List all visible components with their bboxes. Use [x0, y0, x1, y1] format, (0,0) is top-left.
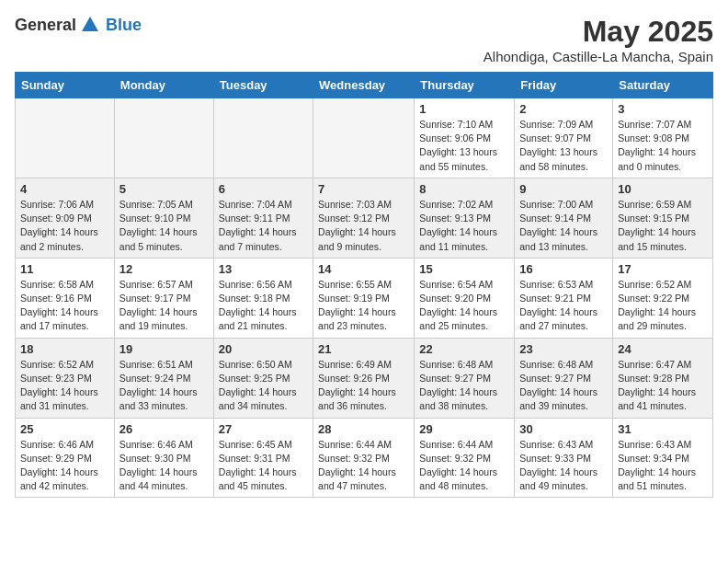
cal-cell: 11Sunrise: 6:58 AM Sunset: 9:16 PM Dayli…: [16, 258, 115, 338]
day-number: 16: [519, 262, 608, 276]
cal-cell: [114, 98, 213, 178]
day-number: 6: [219, 182, 308, 196]
logo: General Blue: [15, 15, 142, 35]
cell-text: Sunrise: 6:49 AM Sunset: 9:26 PM Dayligh…: [318, 358, 409, 414]
cal-cell: [16, 98, 115, 178]
cal-cell: 14Sunrise: 6:55 AM Sunset: 9:19 PM Dayli…: [313, 258, 415, 338]
logo-general: General: [15, 16, 76, 35]
cal-cell: 23Sunrise: 6:48 AM Sunset: 9:27 PM Dayli…: [515, 338, 613, 418]
cal-cell: [313, 98, 415, 178]
day-number: 21: [318, 342, 409, 356]
cal-cell: 28Sunrise: 6:44 AM Sunset: 9:32 PM Dayli…: [313, 418, 415, 498]
cal-cell: 29Sunrise: 6:44 AM Sunset: 9:32 PM Dayli…: [415, 418, 515, 498]
cell-text: Sunrise: 7:02 AM Sunset: 9:13 PM Dayligh…: [419, 198, 509, 254]
day-number: 5: [119, 182, 209, 196]
cell-text: Sunrise: 6:54 AM Sunset: 9:20 PM Dayligh…: [419, 278, 509, 334]
logo-icon: [80, 15, 100, 35]
cal-cell: 6Sunrise: 7:04 AM Sunset: 9:11 PM Daylig…: [213, 178, 313, 258]
cal-cell: 16Sunrise: 6:53 AM Sunset: 9:21 PM Dayli…: [515, 258, 613, 338]
cell-text: Sunrise: 7:09 AM Sunset: 9:07 PM Dayligh…: [519, 118, 608, 174]
cell-text: Sunrise: 7:04 AM Sunset: 9:11 PM Dayligh…: [219, 198, 308, 254]
day-number: 18: [20, 342, 109, 356]
cal-cell: 27Sunrise: 6:45 AM Sunset: 9:31 PM Dayli…: [213, 418, 313, 498]
calendar-body: 1Sunrise: 7:10 AM Sunset: 9:06 PM Daylig…: [16, 98, 713, 498]
day-number: 17: [618, 262, 708, 276]
cal-cell: 13Sunrise: 6:56 AM Sunset: 9:18 PM Dayli…: [213, 258, 313, 338]
day-number: 7: [318, 182, 409, 196]
day-number: 25: [20, 422, 109, 436]
cell-text: Sunrise: 6:50 AM Sunset: 9:25 PM Dayligh…: [219, 358, 308, 414]
cell-text: Sunrise: 6:52 AM Sunset: 9:23 PM Dayligh…: [20, 358, 109, 414]
day-number: 1: [419, 102, 509, 116]
day-number: 2: [519, 102, 608, 116]
cell-text: Sunrise: 7:00 AM Sunset: 9:14 PM Dayligh…: [519, 198, 608, 254]
cell-text: Sunrise: 6:43 AM Sunset: 9:33 PM Dayligh…: [519, 438, 608, 494]
day-number: 31: [618, 422, 708, 436]
day-number: 4: [20, 182, 109, 196]
cal-cell: 9Sunrise: 7:00 AM Sunset: 9:14 PM Daylig…: [515, 178, 613, 258]
day-number: 24: [618, 342, 708, 356]
subtitle: Alhondiga, Castille-La Mancha, Spain: [483, 49, 713, 64]
title-area: May 2025 Alhondiga, Castille-La Mancha, …: [483, 15, 713, 64]
cal-cell: 5Sunrise: 7:05 AM Sunset: 9:10 PM Daylig…: [114, 178, 213, 258]
cal-cell: 20Sunrise: 6:50 AM Sunset: 9:25 PM Dayli…: [213, 338, 313, 418]
day-number: 20: [219, 342, 308, 356]
week-row-2: 4Sunrise: 7:06 AM Sunset: 9:09 PM Daylig…: [16, 178, 713, 258]
week-row-1: 1Sunrise: 7:10 AM Sunset: 9:06 PM Daylig…: [16, 98, 713, 178]
cal-cell: 21Sunrise: 6:49 AM Sunset: 9:26 PM Dayli…: [313, 338, 415, 418]
cell-text: Sunrise: 6:51 AM Sunset: 9:24 PM Dayligh…: [119, 358, 209, 414]
day-number: 14: [318, 262, 409, 276]
cal-cell: 12Sunrise: 6:57 AM Sunset: 9:17 PM Dayli…: [114, 258, 213, 338]
cal-cell: 2Sunrise: 7:09 AM Sunset: 9:07 PM Daylig…: [515, 98, 613, 178]
cell-text: Sunrise: 6:48 AM Sunset: 9:27 PM Dayligh…: [419, 358, 509, 414]
cell-text: Sunrise: 6:46 AM Sunset: 9:30 PM Dayligh…: [119, 438, 209, 494]
day-header-monday: Monday: [114, 73, 213, 98]
cell-text: Sunrise: 6:46 AM Sunset: 9:29 PM Dayligh…: [20, 438, 109, 494]
main-title: May 2025: [483, 15, 713, 49]
day-header-thursday: Thursday: [415, 73, 515, 98]
cell-text: Sunrise: 6:56 AM Sunset: 9:18 PM Dayligh…: [219, 278, 308, 334]
cal-cell: 7Sunrise: 7:03 AM Sunset: 9:12 PM Daylig…: [313, 178, 415, 258]
cal-cell: 31Sunrise: 6:43 AM Sunset: 9:34 PM Dayli…: [613, 418, 713, 498]
day-header-row: SundayMondayTuesdayWednesdayThursdayFrid…: [16, 73, 713, 98]
cell-text: Sunrise: 6:47 AM Sunset: 9:28 PM Dayligh…: [618, 358, 708, 414]
day-number: 26: [119, 422, 209, 436]
cal-cell: 3Sunrise: 7:07 AM Sunset: 9:08 PM Daylig…: [613, 98, 713, 178]
cell-text: Sunrise: 6:52 AM Sunset: 9:22 PM Dayligh…: [618, 278, 708, 334]
day-number: 19: [119, 342, 209, 356]
week-row-4: 18Sunrise: 6:52 AM Sunset: 9:23 PM Dayli…: [16, 338, 713, 418]
cell-text: Sunrise: 6:53 AM Sunset: 9:21 PM Dayligh…: [519, 278, 608, 334]
day-number: 27: [219, 422, 308, 436]
day-number: 29: [419, 422, 509, 436]
day-number: 12: [119, 262, 209, 276]
cell-text: Sunrise: 6:43 AM Sunset: 9:34 PM Dayligh…: [618, 438, 708, 494]
cell-text: Sunrise: 6:57 AM Sunset: 9:17 PM Dayligh…: [119, 278, 209, 334]
day-header-sunday: Sunday: [16, 73, 115, 98]
cell-text: Sunrise: 6:55 AM Sunset: 9:19 PM Dayligh…: [318, 278, 409, 334]
day-number: 11: [20, 262, 109, 276]
day-header-wednesday: Wednesday: [313, 73, 415, 98]
day-number: 9: [519, 182, 608, 196]
day-number: 30: [519, 422, 608, 436]
day-header-saturday: Saturday: [613, 73, 713, 98]
cell-text: Sunrise: 6:59 AM Sunset: 9:15 PM Dayligh…: [618, 198, 708, 254]
cal-cell: 26Sunrise: 6:46 AM Sunset: 9:30 PM Dayli…: [114, 418, 213, 498]
cal-cell: 15Sunrise: 6:54 AM Sunset: 9:20 PM Dayli…: [415, 258, 515, 338]
page-header: General Blue May 2025 Alhondiga, Castill…: [15, 15, 713, 64]
day-number: 10: [618, 182, 708, 196]
cal-cell: 30Sunrise: 6:43 AM Sunset: 9:33 PM Dayli…: [515, 418, 613, 498]
calendar-table: SundayMondayTuesdayWednesdayThursdayFrid…: [15, 72, 713, 498]
cell-text: Sunrise: 6:58 AM Sunset: 9:16 PM Dayligh…: [20, 278, 109, 334]
cal-cell: 8Sunrise: 7:02 AM Sunset: 9:13 PM Daylig…: [415, 178, 515, 258]
cell-text: Sunrise: 7:03 AM Sunset: 9:12 PM Dayligh…: [318, 198, 409, 254]
cal-cell: [213, 98, 313, 178]
cal-cell: 19Sunrise: 6:51 AM Sunset: 9:24 PM Dayli…: [114, 338, 213, 418]
cell-text: Sunrise: 7:07 AM Sunset: 9:08 PM Dayligh…: [618, 118, 708, 174]
week-row-3: 11Sunrise: 6:58 AM Sunset: 9:16 PM Dayli…: [16, 258, 713, 338]
cal-cell: 25Sunrise: 6:46 AM Sunset: 9:29 PM Dayli…: [16, 418, 115, 498]
cal-cell: 22Sunrise: 6:48 AM Sunset: 9:27 PM Dayli…: [415, 338, 515, 418]
cell-text: Sunrise: 6:44 AM Sunset: 9:32 PM Dayligh…: [318, 438, 409, 494]
day-header-friday: Friday: [515, 73, 613, 98]
logo-blue: Blue: [106, 16, 142, 35]
cell-text: Sunrise: 6:48 AM Sunset: 9:27 PM Dayligh…: [519, 358, 608, 414]
